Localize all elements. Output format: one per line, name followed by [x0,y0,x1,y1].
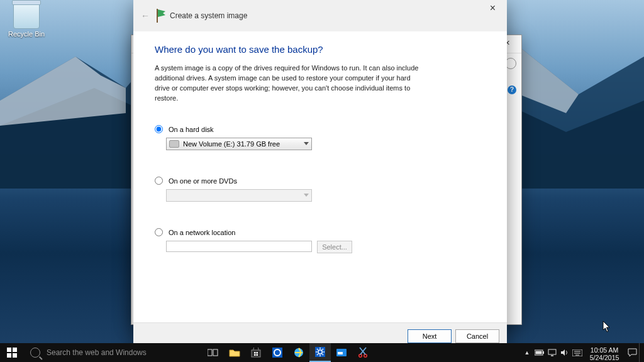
taskbar-store[interactable] [245,343,267,362]
recycle-bin-label: Recycle Bin [8,30,45,38]
svg-point-32 [364,354,367,358]
backup-flag-icon [155,9,167,23]
search-placeholder: Search the web and Windows [47,348,147,357]
svg-rect-14 [254,354,256,356]
svg-rect-38 [548,349,556,354]
cancel-button[interactable]: Cancel [455,329,499,343]
taskbar-snipping[interactable] [352,343,374,362]
wizard-body: Where do you want to save the backup? A … [133,31,507,323]
option-hard-disk-label[interactable]: On a hard disk [155,126,214,133]
next-button[interactable]: Next [408,329,452,343]
trash-icon [13,3,40,29]
svg-line-28 [323,349,324,350]
svg-rect-11 [252,350,260,357]
svg-marker-2 [0,57,126,126]
taskbar-file-explorer[interactable] [224,343,245,362]
option-hard-disk-text: On a hard disk [169,126,214,133]
option-network-label[interactable]: On a network location [155,229,235,236]
system-tray: ▲ 10:05 AM 5/24/2015 [521,343,644,362]
taskbar-ie[interactable] [288,343,309,362]
option-network-text: On a network location [169,229,235,236]
page-description: A system image is a copy of the drives r… [155,63,425,104]
tray-action-center[interactable] [625,348,639,357]
radio-network[interactable] [155,228,163,236]
svg-rect-5 [7,348,11,352]
show-desktop-button[interactable] [639,343,643,362]
svg-line-26 [323,354,324,356]
back-button[interactable]: ← [140,10,151,21]
radio-dvd[interactable] [155,177,163,185]
svg-rect-12 [254,352,256,354]
svg-rect-8 [13,353,17,358]
tray-battery-icon[interactable] [533,343,546,362]
option-dvd: On one or more DVDs [155,177,486,202]
taskbar-app-1[interactable] [331,343,352,362]
wizard-title: Create a system image [170,11,247,20]
svg-rect-4 [157,9,158,23]
network-select-button: Select... [317,241,352,253]
mouse-cursor [602,321,611,333]
svg-rect-13 [257,352,258,354]
task-view-button[interactable] [203,343,224,362]
radio-hard-disk[interactable] [155,125,163,133]
tray-volume-icon[interactable] [558,343,571,362]
svg-rect-7 [7,353,11,358]
svg-line-27 [317,354,318,356]
svg-rect-9 [208,349,212,356]
svg-rect-10 [213,349,218,356]
option-network: On a network location Select... [155,228,486,253]
tray-date: 5/24/2015 [586,354,623,361]
tray-clock[interactable]: 10:05 AM 5/24/2015 [584,344,625,361]
desktop[interactable]: Recycle Bin × ? ← Create a system image … [0,0,644,362]
tray-keyboard-icon[interactable] [571,343,584,362]
wizard-header: ← Create a system image × [133,0,507,32]
wizard-close-button[interactable]: × [479,0,507,19]
svg-rect-6 [13,348,17,352]
tray-overflow[interactable]: ▲ [521,343,533,362]
page-heading: Where do you want to save the backup? [155,44,486,55]
option-hard-disk: On a hard disk New Volume (E:) 31.79 GB … [155,125,486,150]
bgwin-help-icon[interactable]: ? [508,85,516,94]
taskbar-search[interactable]: Search the web and Windows [24,343,200,362]
svg-rect-37 [536,351,542,354]
chevron-down-icon [304,194,309,197]
hard-disk-selected: New Volume (E:) 31.79 GB free [183,140,280,148]
option-dvd-text: On one or more DVDs [169,177,237,185]
create-system-image-wizard: ← Create a system image × Where do you w… [133,0,507,349]
start-button[interactable] [0,343,24,362]
svg-point-31 [359,354,362,358]
drive-icon [169,140,179,148]
recycle-bin-icon[interactable]: Recycle Bin [8,3,45,38]
chevron-down-icon [304,142,309,145]
taskbar-items [203,343,374,362]
hard-disk-combo[interactable]: New Volume (E:) 31.79 GB free [166,138,312,150]
network-path-input [166,241,312,252]
svg-rect-15 [257,354,258,356]
search-icon [30,348,40,358]
svg-line-25 [317,349,318,350]
taskbar-project-spartan[interactable] [267,343,288,362]
tray-network-icon[interactable] [546,343,558,362]
dvd-combo [166,189,312,202]
svg-rect-36 [543,351,544,354]
taskbar-settings[interactable] [309,343,331,362]
taskbar: Search the web and Windows ▲ 10:05 AM 5/… [0,343,644,362]
svg-rect-30 [338,352,343,354]
tray-time: 10:05 AM [586,346,623,354]
option-dvd-label[interactable]: On one or more DVDs [155,177,237,185]
